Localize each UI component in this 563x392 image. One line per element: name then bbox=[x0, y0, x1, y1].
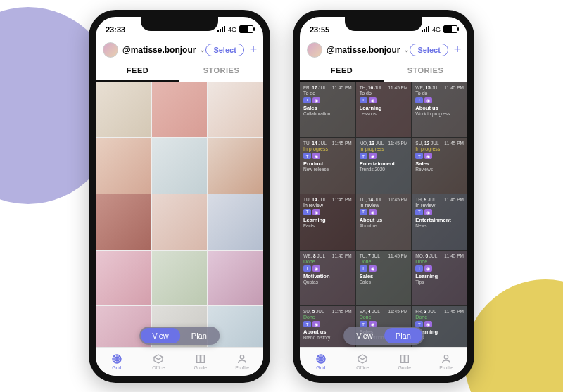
instagram-icon: ◉ bbox=[369, 153, 377, 159]
plan-card[interactable]: TH, 16 JUL11:45 PMTo doT◉LearningLessons bbox=[356, 82, 412, 138]
tab-feed[interactable]: FEED bbox=[96, 61, 179, 82]
tabbar-guide[interactable]: Guide bbox=[179, 348, 222, 376]
plan-card[interactable]: WE, 15 JUL11:45 PMTo doT◉About usWork in… bbox=[412, 82, 467, 138]
card-status: In review bbox=[415, 203, 464, 208]
network-label: 4G bbox=[228, 26, 236, 33]
feed-tile[interactable] bbox=[152, 251, 208, 306]
card-status: In progress bbox=[360, 146, 408, 151]
card-platform-chips: T◉ bbox=[415, 265, 464, 272]
card-platform-chips: T◉ bbox=[303, 209, 352, 215]
twitter-icon: T bbox=[360, 265, 367, 272]
card-subtitle: Facts bbox=[303, 223, 352, 228]
card-date: TU, 14 JUL11:45 PM bbox=[360, 197, 408, 202]
card-status: In progress bbox=[303, 146, 352, 151]
phone-right: 23:55 4G @matisse.bonjour ⌄ Select bbox=[293, 10, 474, 383]
plan-card[interactable]: TU, 14 JUL11:45 PMIn reviewT◉LearningFac… bbox=[300, 194, 355, 250]
feed-tile[interactable] bbox=[208, 82, 263, 138]
toggle-plan[interactable]: Plan bbox=[384, 328, 422, 343]
twitter-icon: T bbox=[303, 321, 311, 327]
card-subtitle: Trends 2020 bbox=[360, 167, 408, 172]
card-status: To do bbox=[360, 91, 408, 96]
instagram-icon: ◉ bbox=[424, 265, 432, 272]
instagram-icon: ◉ bbox=[312, 265, 320, 272]
card-date: SA, 4 JUL11:45 PM bbox=[360, 309, 408, 314]
feed-tile[interactable] bbox=[152, 82, 208, 138]
feed-tile[interactable] bbox=[96, 138, 151, 194]
card-platform-chips: T◉ bbox=[415, 97, 464, 103]
plan-card[interactable]: TU, 14 JUL11:45 PMIn progressT◉ProductNe… bbox=[300, 138, 355, 194]
feed-tile[interactable] bbox=[208, 194, 263, 250]
card-date: FR, 17 JUL11:45 PM bbox=[303, 85, 352, 90]
card-status: Done bbox=[415, 315, 464, 320]
twitter-icon: T bbox=[415, 153, 423, 159]
card-date: TU, 14 JUL11:45 PM bbox=[303, 197, 352, 202]
card-title: Product bbox=[303, 160, 352, 167]
card-status: Done bbox=[303, 315, 352, 320]
phone-left: 23:33 4G @matisse.bonjour ⌄ Select bbox=[89, 10, 270, 383]
plan-card[interactable]: TU, 7 JUL11:45 PMDoneT◉SalesSales bbox=[356, 251, 412, 306]
plan-grid: FR, 17 JUL11:45 PMTo doT◉SalesCollaborat… bbox=[300, 82, 467, 362]
card-subtitle: Reviews bbox=[415, 167, 464, 172]
card-date: WE, 8 JUL11:45 PM bbox=[303, 253, 352, 258]
svg-point-3 bbox=[445, 355, 448, 358]
feed-tile[interactable] bbox=[152, 194, 208, 250]
avatar bbox=[307, 42, 322, 58]
svg-point-1 bbox=[241, 355, 244, 358]
toggle-view[interactable]: View bbox=[141, 328, 180, 343]
tabbar-profile[interactable]: Profile bbox=[222, 348, 264, 376]
card-platform-chips: T◉ bbox=[415, 209, 464, 215]
tab-stories[interactable]: STORIES bbox=[384, 61, 467, 82]
feed-tile[interactable] bbox=[208, 251, 263, 306]
plan-card[interactable]: SU, 12 JUL11:45 PMIn progressT◉SalesRevi… bbox=[412, 138, 467, 194]
select-button[interactable]: Select bbox=[205, 44, 243, 56]
card-status: To do bbox=[415, 91, 464, 96]
card-subtitle: Tips bbox=[415, 279, 464, 284]
feed-tile[interactable] bbox=[96, 251, 151, 306]
tabbar-guide[interactable]: Guide bbox=[384, 348, 426, 376]
plan-card[interactable]: MO, 6 JUL11:45 PMDoneT◉LearningTips bbox=[412, 251, 467, 306]
feed-tile[interactable] bbox=[152, 138, 208, 194]
card-title: Sales bbox=[360, 273, 408, 279]
tabbar-office[interactable]: Office bbox=[138, 348, 180, 376]
card-platform-chips: T◉ bbox=[415, 153, 464, 159]
plan-card[interactable]: TH, 9 JUL11:45 PMIn reviewT◉Entertainmen… bbox=[412, 194, 467, 250]
plan-card[interactable]: WE, 8 JUL11:45 PMDoneT◉MotivationQuotas bbox=[300, 251, 355, 306]
plan-card[interactable]: TU, 14 JUL11:45 PMIn reviewT◉About usAbo… bbox=[356, 194, 412, 250]
feed-tile[interactable] bbox=[96, 82, 151, 138]
tab-feed[interactable]: FEED bbox=[300, 61, 384, 82]
card-date: MO, 13 JUL11:45 PM bbox=[360, 141, 408, 146]
card-title: Learning bbox=[415, 273, 464, 279]
tabbar-office[interactable]: Office bbox=[342, 348, 384, 376]
add-button[interactable]: + bbox=[454, 42, 462, 57]
card-status: In review bbox=[360, 203, 408, 208]
view-plan-toggle[interactable]: View Plan bbox=[139, 327, 220, 345]
toggle-plan[interactable]: Plan bbox=[180, 328, 218, 343]
card-subtitle: Quotas bbox=[303, 279, 352, 284]
feed-tile[interactable] bbox=[96, 194, 151, 250]
plan-card[interactable]: MO, 13 JUL11:45 PMIn progressT◉Entertain… bbox=[356, 138, 412, 194]
tabbar-grid[interactable]: Grid bbox=[96, 348, 138, 376]
view-plan-toggle[interactable]: View Plan bbox=[343, 327, 424, 345]
card-title: About us bbox=[415, 105, 464, 111]
card-status: Done bbox=[360, 259, 408, 264]
select-button[interactable]: Select bbox=[410, 44, 448, 56]
tabbar-grid[interactable]: Grid bbox=[300, 348, 342, 376]
twitter-icon: T bbox=[303, 209, 311, 215]
card-subtitle: Sales bbox=[360, 279, 408, 284]
card-subtitle: New release bbox=[303, 167, 352, 172]
card-subtitle: Lessons bbox=[360, 111, 408, 116]
account-switcher[interactable]: @matisse.bonjour ⌄ bbox=[307, 42, 410, 58]
card-platform-chips: T◉ bbox=[360, 153, 408, 159]
username: @matisse.bonjour bbox=[122, 45, 196, 55]
notch bbox=[141, 17, 218, 31]
plan-card[interactable]: FR, 17 JUL11:45 PMTo doT◉SalesCollaborat… bbox=[300, 82, 355, 138]
add-button[interactable]: + bbox=[250, 42, 258, 57]
card-date: MO, 6 JUL11:45 PM bbox=[415, 253, 464, 258]
instagram-icon: ◉ bbox=[424, 97, 432, 103]
tab-stories[interactable]: STORIES bbox=[179, 61, 263, 82]
toggle-view[interactable]: View bbox=[345, 328, 384, 343]
feed-tile[interactable] bbox=[208, 138, 263, 194]
account-switcher[interactable]: @matisse.bonjour ⌄ bbox=[103, 42, 205, 58]
twitter-icon: T bbox=[360, 97, 367, 103]
tabbar-profile[interactable]: Profile bbox=[426, 348, 468, 376]
